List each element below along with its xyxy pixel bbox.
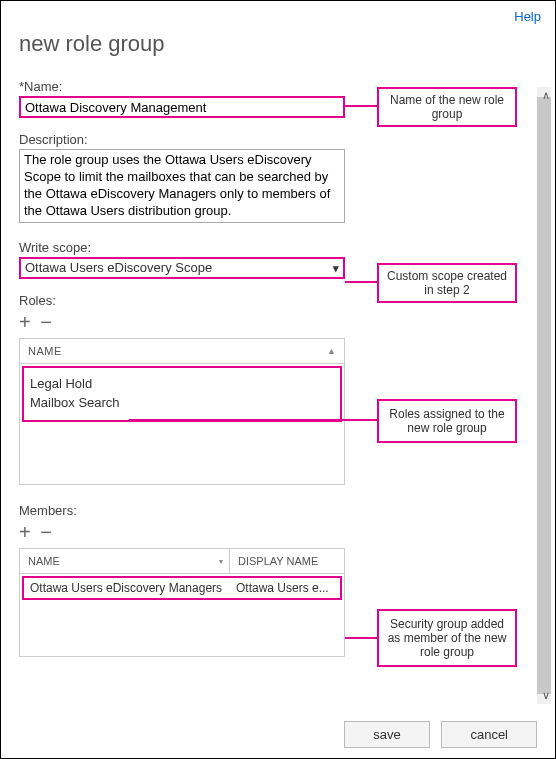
callout-roles: Roles assigned to the new role group [377,399,517,443]
roles-col-name[interactable]: NAME [20,339,70,363]
callout-name: Name of the new role group [377,87,517,127]
members-label: Members: [19,503,345,518]
member-name-cell: Ottawa Users eDiscovery Managers [24,578,230,598]
chevron-down-icon: ▾ [333,262,339,275]
scroll-down-icon[interactable]: ∨ [542,689,550,702]
connector [345,637,377,639]
callout-members: Security group added as member of the ne… [377,609,517,667]
table-row[interactable]: Ottawa Users eDiscovery Managers Ottawa … [22,576,342,600]
name-label: *Name: [19,79,345,94]
members-grid: NAME ▾ DISPLAY NAME Ottawa Users eDiscov… [19,548,345,657]
connector [345,105,377,107]
list-item[interactable]: Legal Hold [30,374,334,393]
roles-add-button[interactable]: + [19,312,31,332]
grid-filler [20,602,344,656]
sort-icon: ▲ [327,346,336,356]
page-title: new role group [19,31,555,57]
roles-grid: NAME ▲ Legal Hold Mailbox Search [19,338,345,485]
write-scope-value: Ottawa Users eDiscovery Scope [21,259,343,276]
scroll-up-icon[interactable]: ∧ [542,89,550,102]
cancel-button[interactable]: cancel [441,721,537,748]
connector [129,419,377,421]
list-item[interactable]: Mailbox Search [30,393,334,412]
description-label: Description: [19,132,345,147]
members-remove-button[interactable]: − [40,522,52,542]
callout-scope: Custom scope created in step 2 [377,263,517,303]
save-button[interactable]: save [344,721,429,748]
member-display-cell: Ottawa Users e... [230,578,340,598]
grid-filler [20,424,344,484]
scrollbar-thumb[interactable] [537,97,551,694]
write-scope-label: Write scope: [19,240,345,255]
members-col-display[interactable]: DISPLAY NAME [230,549,344,573]
members-col-name[interactable]: NAME ▾ [20,549,230,573]
chevron-down-icon: ▾ [219,557,223,566]
help-link[interactable]: Help [514,9,541,24]
roles-remove-button[interactable]: − [40,312,52,332]
description-input[interactable]: The role group uses the Ottawa Users eDi… [19,149,345,223]
members-add-button[interactable]: + [19,522,31,542]
roles-label: Roles: [19,293,345,308]
connector [345,281,377,283]
name-input[interactable] [19,96,345,118]
write-scope-select[interactable]: Ottawa Users eDiscovery Scope ▾ [19,257,345,279]
